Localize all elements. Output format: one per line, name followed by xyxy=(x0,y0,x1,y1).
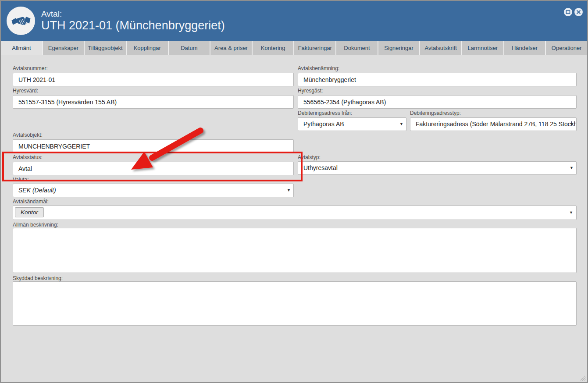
avtalsandamal-select[interactable]: Kontor ▼ xyxy=(13,206,577,220)
maximize-icon xyxy=(566,10,570,14)
skyddad-beskrivning-textarea[interactable] xyxy=(13,281,577,326)
dropdown-arrow-icon: ▼ xyxy=(399,118,403,131)
tab-allmant[interactable]: Allmänt xyxy=(1,41,42,55)
avtalsbenamning-input[interactable] xyxy=(298,73,577,86)
debiteringsadresstyp-label: Debiteringsadresstyp: xyxy=(410,110,461,116)
debiteringsadresstyp-select[interactable]: Faktureringsadress (Söder Mälarstrand 27… xyxy=(410,117,577,131)
valuta-label: Valuta: xyxy=(13,177,29,183)
avtalsobjekt-label: Avtalsobjekt: xyxy=(13,132,43,138)
dropdown-arrow-icon: ▼ xyxy=(570,162,574,174)
avtalsandamal-chip[interactable]: Kontor xyxy=(15,207,44,217)
window-title-prefix: Avtal: xyxy=(41,9,225,19)
debiteringsadress-fran-value: Pythagoras AB xyxy=(303,121,344,128)
tab-handelser[interactable]: Händelser xyxy=(504,41,545,55)
avtalsnummer-input[interactable] xyxy=(13,73,294,86)
skyddad-beskrivning-label: Skyddad beskrivning: xyxy=(13,275,63,281)
hyresgast-label: Hyresgäst: xyxy=(298,88,323,94)
avtalsbenamning-label: Avtalsbenämning: xyxy=(298,65,339,71)
window-title: Avtal: UTH 2021-01 (Münchenbryggeriet) xyxy=(41,9,225,32)
tab-faktureringar[interactable]: Faktureringar xyxy=(294,41,335,55)
window-title-main: UTH 2021-01 (Münchenbryggeriet) xyxy=(41,19,225,32)
allman-beskrivning-label: Allmän beskrivning: xyxy=(13,222,58,228)
hyresvard-input[interactable] xyxy=(13,95,294,109)
avtalstyp-label: Avtalstyp: xyxy=(298,154,321,160)
debiteringsadresstyp-value: Faktureringsadress (Söder Mälarstrand 27… xyxy=(416,121,577,128)
tab-signeringar[interactable]: Signeringar xyxy=(378,41,420,55)
handshake-icon xyxy=(7,7,35,35)
tab-avtalsutskrift[interactable]: Avtalsutskrift xyxy=(420,41,461,55)
close-icon xyxy=(576,10,581,14)
hyresvard-label: Hyresvärd: xyxy=(13,88,38,94)
tab-operationer[interactable]: Operationer xyxy=(546,41,587,55)
tab-bar: Allmänt Egenskaper Tilläggsobjekt Koppli… xyxy=(1,41,587,55)
maximize-button[interactable] xyxy=(564,8,572,16)
form-panel: Avtalsnummer: Avtalsbenämning: Hyresvärd… xyxy=(1,55,587,383)
dropdown-arrow-icon: ▼ xyxy=(569,206,573,220)
avtal-window: Avtal: UTH 2021-01 (Münchenbryggeriet) A… xyxy=(0,0,588,383)
tab-larmnotiser[interactable]: Larmnotiser xyxy=(462,41,503,55)
avtalstyp-select[interactable]: Uthyresavtal ▼ xyxy=(298,161,577,175)
avtalsandamal-label: Avtalsändamål: xyxy=(13,199,49,205)
tab-tillaggsobjekt[interactable]: Tilläggsobjekt xyxy=(85,41,126,55)
valuta-select[interactable]: SEK (Default) ▼ xyxy=(13,184,294,197)
tab-kontering[interactable]: Kontering xyxy=(253,41,294,55)
dropdown-arrow-icon: ▼ xyxy=(570,118,574,131)
debiteringsadress-fran-label: Debiteringsadress från: xyxy=(298,110,352,116)
dropdown-arrow-icon: ▼ xyxy=(287,184,291,197)
tab-dokument[interactable]: Dokument xyxy=(336,41,378,55)
tab-egenskaper[interactable]: Egenskaper xyxy=(43,41,84,55)
valuta-value: SEK (Default) xyxy=(18,187,56,194)
avtalstyp-value: Uthyresavtal xyxy=(303,164,338,171)
close-button[interactable] xyxy=(574,8,583,16)
avtalsnummer-label: Avtalsnummer: xyxy=(13,65,48,71)
avtalsstatus-label: Avtalsstatus: xyxy=(13,154,43,160)
tab-area-priser[interactable]: Area & priser xyxy=(210,41,252,55)
tab-kopplingar[interactable]: Kopplingar xyxy=(127,41,168,55)
resize-grip-icon xyxy=(579,374,586,381)
allman-beskrivning-textarea[interactable] xyxy=(13,228,577,273)
hyresgast-input[interactable] xyxy=(298,95,577,109)
debiteringsadress-fran-select[interactable]: Pythagoras AB ▼ xyxy=(298,117,406,131)
avtalsstatus-input[interactable] xyxy=(13,162,294,175)
window-titlebar: Avtal: UTH 2021-01 (Münchenbryggeriet) xyxy=(1,1,587,41)
avtalsobjekt-input[interactable] xyxy=(13,139,294,153)
tab-datum[interactable]: Datum xyxy=(169,41,210,55)
resize-grip[interactable] xyxy=(579,374,586,381)
